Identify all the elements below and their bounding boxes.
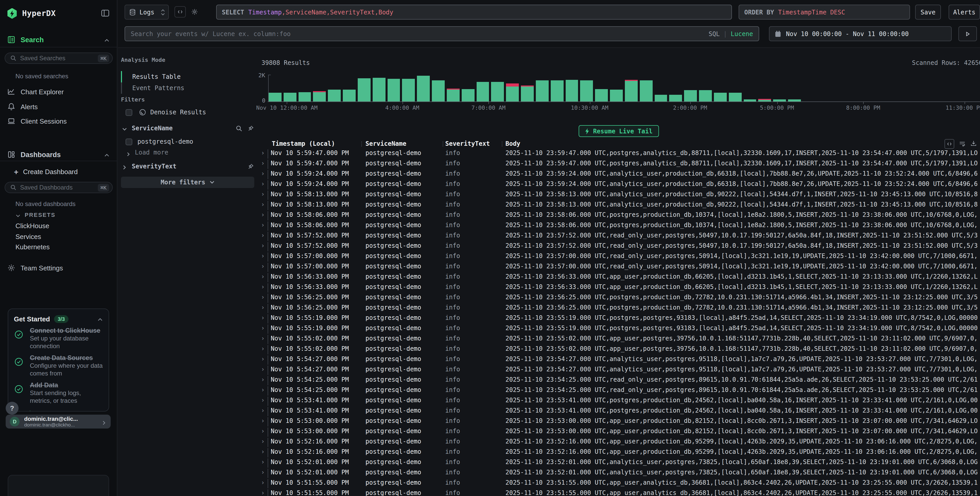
select-query-input[interactable]: SELECT Timestamp,ServiceName,SeverityTex… [216,5,732,19]
expand-row-icon[interactable]: › [261,417,264,424]
table-row[interactable]: › Nov 10 5:58:13.000 PM postgresql-demo … [257,200,980,210]
sidebar-item-dashboards[interactable]: Dashboards [0,148,117,161]
column-resize-handle[interactable]: ⋮ [440,140,446,147]
sidebar-item-client-sessions[interactable]: Client Sessions [0,115,117,127]
expand-row-icon[interactable]: › [261,469,264,476]
lucene-toggle[interactable]: Lucene [730,30,753,37]
table-row[interactable]: › Nov 10 5:54:25.000 PM postgresql-demo … [257,375,980,385]
search-icon[interactable] [236,125,242,132]
service-value-row[interactable]: postgresql-demo [118,138,257,145]
table-row[interactable]: › Nov 10 5:55:02.000 PM postgresql-demo … [257,344,980,354]
expand-row-icon[interactable]: › [261,263,264,270]
expand-row-icon[interactable]: › [261,407,264,414]
expand-row-icon[interactable]: › [261,191,264,198]
table-row[interactable]: › Nov 10 5:53:41.000 PM postgresql-demo … [257,396,980,406]
expand-row-icon[interactable]: › [261,345,264,352]
table-row[interactable]: › Nov 10 5:58:06.000 PM postgresql-demo … [257,220,980,231]
download-icon[interactable] [970,140,977,148]
expand-row-icon[interactable]: › [261,427,264,435]
saved-searches-input[interactable]: Saved Searches ⌘K [5,53,113,64]
servicename-group-header[interactable]: ServiceName [118,124,257,132]
col-body[interactable]: Body [506,140,520,147]
expand-row-icon[interactable]: › [261,335,264,342]
expand-row-icon[interactable]: › [261,283,264,290]
expand-row-icon[interactable]: › [261,159,264,167]
mode-results-table[interactable]: Results Table [132,71,181,82]
expand-row-icon[interactable]: › [261,211,264,218]
expand-row-icon[interactable]: › [261,376,264,383]
save-button[interactable]: Save [915,5,941,19]
expand-row-icon[interactable]: › [261,489,264,496]
table-row[interactable]: › Nov 10 5:59:24.000 PM postgresql-demo … [257,179,980,190]
presets-toggle[interactable]: PRESETS [16,212,56,218]
pin-icon[interactable] [247,125,254,132]
table-row[interactable]: › Nov 10 5:56:25.000 PM postgresql-demo … [257,293,980,303]
severitytext-group-header[interactable]: SeverityText [118,163,257,170]
expand-row-icon[interactable]: › [261,324,264,332]
expand-row-icon[interactable]: › [261,314,264,321]
table-row[interactable]: › Nov 10 5:55:19.000 PM postgresql-demo … [257,324,980,334]
expand-row-icon[interactable]: › [261,170,264,177]
service-checkbox[interactable] [126,138,132,145]
table-row[interactable]: › Nov 10 5:57:52.000 PM postgresql-demo … [257,241,980,251]
table-row[interactable]: › Nov 10 5:55:02.000 PM postgresql-demo … [257,334,980,344]
events-histogram[interactable] [268,75,980,102]
expand-row-icon[interactable]: › [261,366,264,373]
table-row[interactable]: › Nov 10 5:58:13.000 PM postgresql-demo … [257,190,980,200]
table-row[interactable]: › Nov 10 5:54:27.000 PM postgresql-demo … [257,354,980,365]
table-row[interactable]: › Nov 10 5:53:00.000 PM postgresql-demo … [257,416,980,426]
load-more-row[interactable]: Load more [118,149,257,156]
expand-row-icon[interactable]: › [261,180,264,188]
create-dashboard-button[interactable]: + Create Dashboard [14,167,78,176]
sidebar-item-team-settings[interactable]: Team Settings [0,262,117,274]
date-range-input[interactable]: Nov 10 00:00:00 - Nov 11 00:00:00 [769,26,952,41]
table-row[interactable]: › Nov 10 5:51:55.000 PM postgresql-demo … [257,488,980,496]
expand-row-icon[interactable]: › [261,386,264,394]
wrap-lines-icon[interactable] [959,140,966,148]
expand-row-icon[interactable]: › [261,356,264,363]
order-by-input[interactable]: ORDER BY TimestampTime DESC [738,5,910,19]
column-resize-handle[interactable]: ⋮ [499,140,505,147]
col-severitytext[interactable]: SeverityText [445,140,490,147]
preset-kubernetes[interactable]: Kubernetes [16,243,50,251]
table-row[interactable]: › Nov 10 5:56:33.000 PM postgresql-demo … [257,272,980,282]
expand-row-icon[interactable]: › [261,201,264,208]
expand-row-icon[interactable]: › [261,304,264,311]
expand-row-icon[interactable]: › [261,293,264,301]
table-row[interactable]: › Nov 10 5:59:24.000 PM postgresql-demo … [257,169,980,179]
code-view-icon[interactable] [945,139,954,149]
table-row[interactable]: › Nov 10 5:51:55.000 PM postgresql-demo … [257,478,980,488]
code-mode-button[interactable] [175,6,186,18]
table-row[interactable]: › Nov 10 5:52:01.000 PM postgresql-demo … [257,468,980,478]
expand-row-icon[interactable]: › [261,397,264,404]
preset-services[interactable]: Services [16,233,41,241]
table-row[interactable]: › Nov 10 5:57:00.000 PM postgresql-demo … [257,262,980,272]
preset-clickhouse[interactable]: ClickHouse [16,222,49,230]
sidebar-item-chart-explorer[interactable]: Chart Explorer [0,86,117,98]
language-toggle[interactable]: SQL | Lucene [708,30,753,37]
table-row[interactable]: › Nov 10 5:56:33.000 PM postgresql-demo … [257,282,980,293]
denoise-checkbox[interactable] [126,109,132,116]
get-started-step[interactable]: Add Data Start sending logs, metrics, or… [14,382,103,405]
sidebar-item-alerts[interactable]: Alerts [0,100,117,113]
expand-row-icon[interactable]: › [261,458,264,466]
expand-row-icon[interactable]: › [261,479,264,486]
expand-row-icon[interactable]: › [261,273,264,280]
sidebar-item-search[interactable]: Search [0,33,117,46]
source-settings-gear-icon[interactable] [189,6,200,18]
get-started-step[interactable]: Create Data Sources Configure where your… [14,354,103,378]
user-menu[interactable]: D dominic.tran@clic... dominic.tran@clic… [6,415,111,429]
table-row[interactable]: › Nov 10 5:55:19.000 PM postgresql-demo … [257,313,980,324]
column-resize-handle[interactable]: ⋮ [359,140,364,147]
more-filters-button[interactable]: More filters [121,177,254,188]
expand-row-icon[interactable]: › [261,242,264,249]
alerts-button[interactable]: Alerts [948,5,980,19]
help-button[interactable]: ? [6,402,19,415]
chevron-up-icon[interactable] [97,316,103,322]
pin-icon[interactable] [247,163,254,170]
table-row[interactable]: › Nov 10 5:52:16.000 PM postgresql-demo … [257,437,980,447]
table-row[interactable]: › Nov 10 5:53:41.000 PM postgresql-demo … [257,406,980,416]
expand-row-icon[interactable]: › [261,252,264,260]
table-row[interactable]: › Nov 10 5:59:47.000 PM postgresql-demo … [257,148,980,159]
table-row[interactable]: › Nov 10 5:58:06.000 PM postgresql-demo … [257,210,980,220]
